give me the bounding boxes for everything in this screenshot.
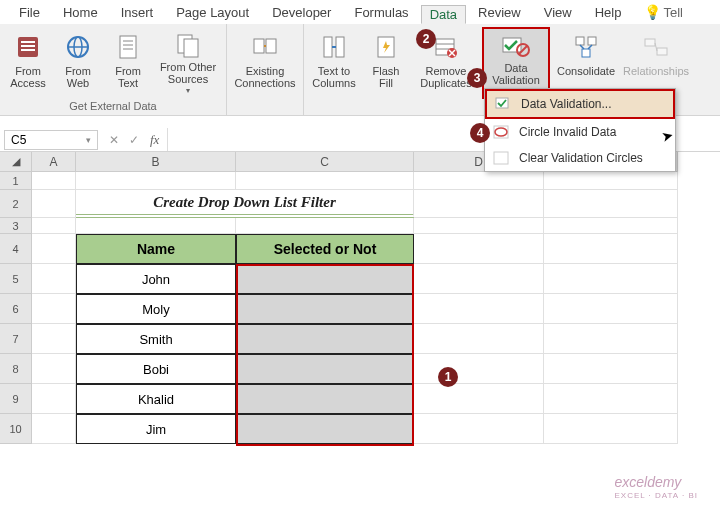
cell[interactable] [414, 264, 544, 294]
cell[interactable] [544, 234, 678, 264]
cell[interactable] [414, 234, 544, 264]
cell[interactable] [544, 190, 678, 218]
cell[interactable] [544, 264, 678, 294]
cell[interactable] [32, 190, 76, 218]
svg-rect-12 [184, 39, 198, 57]
cell[interactable] [32, 264, 76, 294]
svg-rect-34 [496, 98, 508, 108]
name-cell[interactable]: Smith [76, 324, 236, 354]
tab-view[interactable]: View [533, 1, 583, 24]
selected-cell[interactable] [236, 384, 414, 414]
watermark: exceldemy EXCEL · DATA · BI [614, 474, 698, 500]
svg-rect-14 [266, 39, 276, 53]
tab-pagelayout[interactable]: Page Layout [165, 1, 260, 24]
cell[interactable] [32, 324, 76, 354]
cell[interactable] [414, 324, 544, 354]
cell[interactable] [32, 172, 76, 190]
row-header[interactable]: 10 [0, 414, 32, 444]
from-web-button[interactable]: From Web [54, 27, 102, 99]
cell[interactable] [414, 414, 544, 444]
clear-circles-icon [493, 150, 511, 166]
col-header-b[interactable]: B [76, 152, 236, 172]
cell[interactable] [76, 218, 236, 234]
tab-review[interactable]: Review [467, 1, 532, 24]
cell[interactable] [236, 172, 414, 190]
tab-developer[interactable]: Developer [261, 1, 342, 24]
title-cell[interactable]: Create Drop Down List Filter [76, 190, 414, 218]
name-cell[interactable]: Khalid [76, 384, 236, 414]
row-header[interactable]: 4 [0, 234, 32, 264]
tab-home[interactable]: Home [52, 1, 109, 24]
tab-formulas[interactable]: Formulas [343, 1, 419, 24]
cell[interactable] [544, 324, 678, 354]
row-header[interactable]: 1 [0, 172, 32, 190]
svg-rect-1 [21, 41, 35, 43]
tab-tellme[interactable]: 💡Tell [633, 0, 694, 24]
row-header[interactable]: 9 [0, 384, 32, 414]
tab-file[interactable]: File [8, 1, 51, 24]
cell[interactable] [414, 384, 544, 414]
menu-item-data-validation[interactable]: Data Validation... [485, 89, 675, 119]
name-cell[interactable]: Jim [76, 414, 236, 444]
cell[interactable] [32, 294, 76, 324]
cell[interactable] [544, 294, 678, 324]
menu-item-circle-invalid[interactable]: Circle Invalid Data [485, 119, 675, 145]
chevron-down-icon: ▾ [186, 86, 190, 95]
existing-connections-button[interactable]: Existing Connections [231, 27, 299, 99]
cell[interactable] [414, 218, 544, 234]
flash-fill-button[interactable]: Flash Fill [362, 27, 410, 99]
name-box[interactable]: C5▾ [4, 130, 98, 150]
svg-rect-16 [324, 37, 332, 57]
selected-cell[interactable] [236, 414, 414, 444]
cell[interactable] [32, 384, 76, 414]
from-other-sources-button[interactable]: From Other Sources ▾ [154, 27, 222, 99]
select-all-corner[interactable]: ◢ [0, 152, 32, 172]
selected-cell[interactable] [236, 264, 414, 294]
row-header[interactable]: 7 [0, 324, 32, 354]
tab-insert[interactable]: Insert [110, 1, 165, 24]
text-to-columns-button[interactable]: Text to Columns [308, 27, 360, 99]
col-header-a[interactable]: A [32, 152, 76, 172]
row-header[interactable]: 2 [0, 190, 32, 218]
cell[interactable] [414, 294, 544, 324]
from-access-button[interactable]: From Access [4, 27, 52, 99]
data-validation-menu: Data Validation... Circle Invalid Data C… [484, 88, 676, 172]
fx-icon[interactable]: fx [150, 132, 159, 148]
svg-rect-32 [657, 48, 667, 55]
cell[interactable] [544, 218, 678, 234]
cell[interactable] [236, 218, 414, 234]
selected-cell[interactable] [236, 294, 414, 324]
cell[interactable] [414, 354, 544, 384]
worksheet: ◢ A B C D E 1 2Create Drop Down List Fil… [0, 152, 720, 444]
cell[interactable] [544, 384, 678, 414]
row-header[interactable]: 5 [0, 264, 32, 294]
row-header[interactable]: 6 [0, 294, 32, 324]
name-cell[interactable]: John [76, 264, 236, 294]
callout-badge-4: 4 [470, 123, 490, 143]
cell[interactable] [414, 190, 544, 218]
cell[interactable] [544, 354, 678, 384]
menu-item-clear-circles[interactable]: Clear Validation Circles [485, 145, 675, 171]
name-cell[interactable]: Moly [76, 294, 236, 324]
cell[interactable] [544, 414, 678, 444]
row-header[interactable]: 8 [0, 354, 32, 384]
cell[interactable] [32, 234, 76, 264]
tab-data[interactable]: Data [421, 5, 466, 24]
col-header-c[interactable]: C [236, 152, 414, 172]
cell[interactable] [414, 172, 544, 190]
group-connections: Existing Connections [227, 24, 304, 115]
name-cell[interactable]: Bobi [76, 354, 236, 384]
cell[interactable] [32, 414, 76, 444]
cell[interactable] [32, 218, 76, 234]
header-name[interactable]: Name [76, 234, 236, 264]
from-text-button[interactable]: From Text [104, 27, 152, 99]
tab-help[interactable]: Help [584, 1, 633, 24]
cell[interactable] [76, 172, 236, 190]
header-selected[interactable]: Selected or Not [236, 234, 414, 264]
cell[interactable] [544, 172, 678, 190]
row-header[interactable]: 3 [0, 218, 32, 234]
from-text-icon [112, 31, 144, 63]
selected-cell[interactable] [236, 354, 414, 384]
cell[interactable] [32, 354, 76, 384]
selected-cell[interactable] [236, 324, 414, 354]
